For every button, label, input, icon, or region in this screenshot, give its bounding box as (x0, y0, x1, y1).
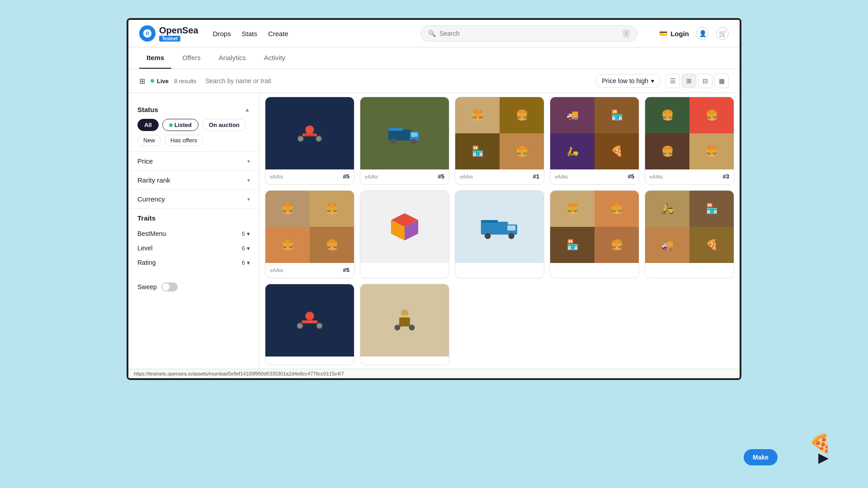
nft-card-8[interactable]: 🍔 🍔 🏪 🍔 (550, 190, 639, 278)
trait-bestmenu-label: BestMenu (137, 230, 166, 237)
svg-point-22 (297, 323, 303, 329)
nft-card-4[interactable]: 🍔 🍔 🍔 🍔 eAAts #3 (645, 97, 734, 185)
nft-card-5[interactable]: 🍔 🍔 🍔 🍔 eAAts #5 (265, 190, 354, 278)
nft-id-1: #5 (438, 173, 444, 180)
svg-rect-4 (388, 130, 412, 141)
currency-section[interactable]: Currency ▾ (128, 190, 259, 209)
header: OpenSea Testnet Drops Stats Create 🔍 / 💳… (128, 20, 740, 47)
nft-collection-2: eAAts (460, 174, 473, 179)
svg-point-26 (395, 325, 401, 331)
nft-card-11[interactable] (360, 284, 449, 365)
opensea-logo-icon[interactable] (139, 25, 156, 42)
nft-collection-1: eAAts (365, 174, 378, 179)
profile-icon[interactable]: 👤 (696, 27, 709, 40)
nft-card-2[interactable]: 🍔 🍔 🏪 🍔 eAAts #1 (455, 97, 544, 185)
logo-area: OpenSea Testnet (139, 25, 198, 42)
tabs-row: Items Offers Analytics Activity (128, 47, 740, 69)
cart-icon[interactable]: 🛒 (716, 27, 729, 40)
logo-text: OpenSea (159, 25, 198, 36)
listed-dot (169, 123, 173, 127)
price-section[interactable]: Price ▾ (128, 152, 259, 171)
nft-image-3: 🚚 🏪 🛵 🍕 (550, 97, 639, 169)
traits-section: Traits BestMenu 5 ▾ Level 6 ▾ Rat (128, 209, 259, 275)
svg-rect-14 (481, 222, 508, 235)
status-new-btn[interactable]: New (137, 135, 161, 146)
nft-card-9[interactable]: 🛵 🏪 🚚 🍕 (645, 190, 734, 278)
nft-card-row-1: eAAts #5 (365, 173, 444, 180)
view-grid-medium-btn[interactable]: ⊟ (698, 74, 712, 88)
nft-image-7 (455, 191, 544, 263)
svg-rect-21 (302, 320, 317, 323)
svg-point-20 (305, 312, 314, 320)
tab-activity[interactable]: Activity (257, 47, 293, 69)
tab-items[interactable]: Items (139, 47, 171, 69)
chevron-down-icon: ▾ (247, 245, 250, 252)
chevron-down-icon: ▾ (247, 259, 250, 266)
trait-rating[interactable]: Rating 6 ▾ (137, 255, 250, 270)
make-offer-button[interactable]: Make (744, 449, 778, 465)
url-text: https://testnets.opensea.io/assets/mumba… (134, 371, 344, 376)
main-content: Status ▲ All Listed On auction New Has o… (128, 93, 740, 369)
status-buttons: All Listed On auction (137, 119, 250, 131)
status-listed-btn[interactable]: Listed (162, 119, 198, 131)
live-indicator: Live (151, 78, 169, 84)
trait-level-label: Level (137, 244, 152, 252)
nav-create[interactable]: Create (268, 28, 288, 39)
nft-card-3[interactable]: 🚚 🏪 🛵 🍕 eAAts #5 (550, 97, 639, 185)
sweep-toggle[interactable] (161, 282, 178, 291)
status-auction-btn[interactable]: On auction (202, 119, 246, 131)
svg-point-2 (298, 136, 304, 142)
sweep-label: Sweep (137, 283, 157, 291)
nft-card-6[interactable] (360, 190, 449, 278)
svg-point-18 (509, 233, 515, 239)
nft-card-0[interactable]: eAAts #5 (265, 97, 354, 185)
chevron-down-icon: ▾ (651, 77, 654, 84)
sort-dropdown[interactable]: Price low to high ▾ (596, 74, 660, 88)
trait-level-count: 6 ▾ (242, 245, 250, 252)
header-actions: 💳 Login 👤 🛒 (659, 27, 729, 40)
nav-stats[interactable]: Stats (242, 28, 257, 39)
nft-card-7[interactable] (455, 190, 544, 278)
nft-collection-4: eAAts (650, 174, 663, 179)
status-section: Status ▲ All Listed On auction New Has o… (128, 100, 259, 152)
nft-card-10[interactable] (265, 284, 354, 365)
filter-icon[interactable]: ⊞ (139, 77, 145, 85)
trait-bestmenu[interactable]: BestMenu 5 ▾ (137, 226, 250, 241)
nav-drops[interactable]: Drops (213, 28, 231, 39)
listed-label: Listed (175, 122, 192, 128)
nft-card-1[interactable]: eAAts #5 (360, 97, 449, 185)
view-grid-small-btn[interactable]: ⊞ (682, 74, 696, 88)
view-grid-large-btn[interactable]: ▦ (714, 74, 729, 88)
nft-card-info-11 (360, 357, 449, 365)
nft-id-4: #3 (723, 173, 729, 180)
search-bar[interactable]: 🔍 / (420, 25, 637, 42)
status-section-header[interactable]: Status ▲ (137, 106, 250, 113)
login-button[interactable]: 💳 Login (659, 29, 689, 38)
trait-level[interactable]: Level 6 ▾ (137, 241, 250, 255)
tab-offers[interactable]: Offers (175, 47, 208, 69)
view-list-btn[interactable]: ☰ (665, 74, 680, 88)
nft-id-0: #5 (343, 173, 349, 180)
nft-card-row-3: eAAts #5 (555, 173, 634, 180)
wallet-icon: 💳 (659, 29, 668, 38)
nft-card-info-6 (360, 263, 449, 271)
nft-image-11 (360, 284, 449, 357)
svg-rect-9 (388, 128, 403, 131)
status-has-offers-btn[interactable]: Has offers (165, 135, 203, 146)
toggle-knob (162, 283, 170, 291)
view-icons: ☰ ⊞ ⊟ ▦ (665, 74, 729, 88)
rarity-section[interactable]: Rarity rank ▾ (128, 171, 259, 190)
status-all-btn[interactable]: All (137, 119, 159, 131)
svg-rect-16 (507, 225, 515, 230)
svg-point-17 (485, 233, 491, 239)
name-trait-search[interactable] (202, 75, 590, 86)
price-chevron: ▾ (247, 158, 250, 164)
nft-card-info-2: eAAts #1 (455, 169, 544, 184)
trait-rating-label: Rating (137, 259, 156, 266)
nft-id-5: #5 (343, 267, 349, 273)
tab-analytics[interactable]: Analytics (212, 47, 253, 69)
rarity-chevron: ▾ (247, 177, 250, 183)
search-input[interactable] (439, 30, 619, 37)
svg-point-8 (411, 139, 417, 145)
nft-card-row-5: eAAts #5 (270, 267, 349, 273)
